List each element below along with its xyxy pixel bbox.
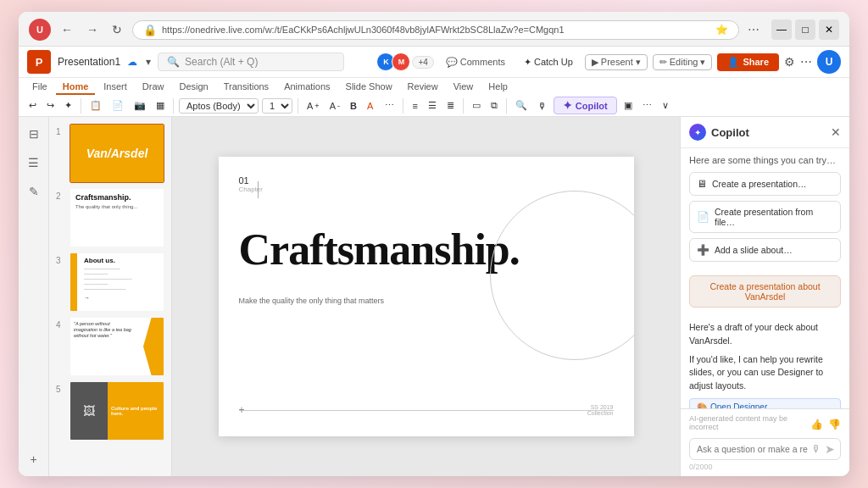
slide-chapter-num: 01 bbox=[239, 175, 249, 186]
minimize-button[interactable]: — bbox=[771, 19, 792, 40]
slide-num-3: 3 bbox=[56, 252, 66, 265]
bold-button[interactable]: B bbox=[347, 99, 360, 113]
powerpoint-icon: P bbox=[27, 50, 51, 74]
maximize-button[interactable]: □ bbox=[795, 19, 815, 40]
copilot-close-button[interactable]: ✕ bbox=[831, 125, 841, 139]
copilot-send-button[interactable]: ➤ bbox=[825, 442, 835, 456]
extensions-button[interactable]: ⋯ bbox=[746, 21, 761, 38]
copilot-create-from-file-button[interactable]: 📄 Create presentation from file… bbox=[689, 201, 841, 233]
editing-dropdown-icon: ▾ bbox=[700, 57, 705, 68]
reload-button[interactable]: ↻ bbox=[108, 21, 125, 38]
mic-button[interactable]: 🎙 bbox=[534, 99, 550, 113]
create-from-file-icon: 📄 bbox=[697, 211, 709, 223]
font-size-select[interactable]: 11 bbox=[262, 98, 292, 114]
editing-button[interactable]: ✏ Editing ▾ bbox=[653, 54, 713, 70]
tab-design[interactable]: Design bbox=[172, 80, 214, 95]
share-button[interactable]: 👤 Share bbox=[717, 53, 779, 71]
slide3-body: ────────────────────────────────────────… bbox=[84, 266, 160, 291]
copilot-body: Here are some things you can try… 🖥 Crea… bbox=[681, 148, 849, 408]
present-dropdown-icon: ▾ bbox=[636, 57, 641, 68]
copy-button[interactable]: 📄 bbox=[108, 98, 127, 113]
copilot-create-vanarsdel-button[interactable]: Create a presentation about VanArsdel bbox=[689, 275, 841, 308]
tab-slideshow[interactable]: Slide Show bbox=[339, 80, 399, 95]
numbering-button[interactable]: ☰ bbox=[425, 98, 440, 113]
copilot-open-designer-button[interactable]: 🎨 Open Designer bbox=[689, 398, 841, 408]
window-controls: — □ ✕ bbox=[771, 19, 839, 40]
find-button[interactable]: 🔍 bbox=[512, 98, 531, 113]
slide-thumbnail-2[interactable]: 2 Craftsmanship. The quality that only t… bbox=[56, 188, 164, 247]
url-bar[interactable]: 🔒 https://onedrive.live.com/w:/t/EaCKkPs… bbox=[132, 20, 739, 40]
slide-img-1[interactable]: Van/Arsdel bbox=[70, 124, 164, 183]
copilot-header: ✦ Copilot ✕ bbox=[681, 117, 849, 148]
tab-draw[interactable]: Draw bbox=[136, 80, 171, 95]
tab-animations[interactable]: Animations bbox=[277, 80, 337, 95]
ribbon-separator-5 bbox=[463, 98, 464, 114]
redo-button[interactable]: ↪ bbox=[43, 98, 58, 113]
ribbon-more-button[interactable]: ⋯ bbox=[639, 98, 655, 113]
back-button[interactable]: ← bbox=[58, 21, 76, 38]
slide-img-3[interactable]: About us. ──────────────────────────────… bbox=[70, 252, 164, 312]
present-button[interactable]: ▶ Present ▾ bbox=[585, 54, 648, 70]
tab-help[interactable]: Help bbox=[481, 80, 515, 95]
line-spacing-button[interactable]: ≣ bbox=[443, 98, 458, 113]
ribbon-expand-button[interactable]: ∨ bbox=[659, 98, 672, 113]
undo-button[interactable]: ↩ bbox=[25, 98, 40, 113]
url-text: https://onedrive.live.com/w:/t/EaCKkPs6A… bbox=[162, 25, 710, 35]
main-slide-area[interactable]: 01 Chapter Craftsmanship. Make the quali… bbox=[172, 117, 680, 476]
browser-profile-avatar[interactable]: U bbox=[29, 19, 51, 41]
shapes-button[interactable]: ▭ bbox=[469, 98, 484, 113]
copilot-add-slide-button[interactable]: ➕ Add a slide about… bbox=[689, 238, 841, 262]
tab-review[interactable]: Review bbox=[401, 80, 445, 95]
slide-thumbnail-3[interactable]: 3 About us. ────────────────────────────… bbox=[56, 252, 164, 312]
slide-img-5[interactable]: 🖼 Culture and people here. bbox=[70, 381, 164, 441]
sidebar-add-icon[interactable]: + bbox=[24, 449, 44, 469]
slide-craft-sub: The quality that only thing... bbox=[75, 204, 159, 209]
paste-button[interactable]: 📋 bbox=[86, 98, 105, 113]
arrange-button[interactable]: ⧉ bbox=[487, 98, 501, 113]
tab-view[interactable]: View bbox=[447, 80, 481, 95]
more-font-button[interactable]: ⋯ bbox=[381, 98, 398, 113]
close-button[interactable]: ✕ bbox=[819, 19, 839, 40]
title-dropdown-icon[interactable]: ▾ bbox=[146, 56, 151, 68]
slide-layout-button[interactable]: ▦ bbox=[153, 98, 168, 113]
copilot-ribbon-button[interactable]: ✦ Copilot bbox=[554, 97, 617, 114]
font-face-select[interactable]: Aptos (Body) bbox=[179, 98, 259, 114]
thumbs-down-button[interactable]: 👎 bbox=[828, 419, 841, 430]
sidebar-notes-icon[interactable]: ✎ bbox=[24, 181, 44, 202]
search-bar[interactable]: 🔍 Search (Alt + Q) bbox=[158, 53, 344, 71]
copilot-panel: ✦ Copilot ✕ Here are some things you can… bbox=[680, 117, 849, 476]
font-color-button[interactable]: A bbox=[364, 99, 378, 113]
settings-button[interactable]: ⚙ bbox=[784, 55, 795, 69]
screenshot-button[interactable]: 📷 bbox=[131, 98, 149, 113]
copilot-mic-button[interactable]: 🎙 bbox=[811, 443, 821, 455]
copilot-create-presentation-button[interactable]: 🖥 Create a presentation… bbox=[689, 172, 841, 196]
increase-font-button[interactable]: A+ bbox=[303, 99, 323, 113]
cloud-save-icon[interactable]: ☁ bbox=[127, 56, 137, 68]
slide-thumbnail-4[interactable]: 4 "A person without imagination is like … bbox=[56, 317, 164, 376]
catch-up-button[interactable]: ✦ Catch Up bbox=[517, 54, 580, 70]
slide-img-2[interactable]: Craftsmanship. The quality that only thi… bbox=[70, 188, 164, 247]
designer-button[interactable]: ▣ bbox=[620, 98, 636, 113]
format-painter-button[interactable]: ✦ bbox=[61, 98, 75, 113]
copilot-input-field[interactable] bbox=[697, 444, 808, 454]
more-options-button[interactable]: ⋯ bbox=[800, 55, 812, 69]
copilot-footer: AI-generated content may be incorrect 👍 … bbox=[681, 408, 849, 476]
profile-avatar[interactable]: U bbox=[817, 50, 841, 74]
forward-button[interactable]: → bbox=[83, 21, 102, 38]
thumbs-up-button[interactable]: 👍 bbox=[810, 419, 823, 430]
decrease-font-button[interactable]: A- bbox=[326, 99, 343, 113]
comments-button[interactable]: 💬 Comments bbox=[439, 54, 512, 70]
copilot-input-area[interactable]: 🎙 ➤ bbox=[689, 438, 841, 460]
tab-insert[interactable]: Insert bbox=[97, 80, 134, 95]
tab-transitions[interactable]: Transitions bbox=[217, 80, 275, 95]
sidebar-slides-icon[interactable]: ⊟ bbox=[24, 124, 44, 144]
slide-subtitle: Make the quality the only thing that mat… bbox=[239, 297, 385, 305]
sidebar-outline-icon[interactable]: ☰ bbox=[24, 152, 44, 173]
slide-thumbnail-5[interactable]: 5 🖼 Culture and people here. bbox=[56, 381, 164, 441]
tab-file[interactable]: File bbox=[25, 80, 54, 95]
slide-img-4[interactable]: "A person without imagination is like a … bbox=[70, 317, 164, 376]
tab-home[interactable]: Home bbox=[56, 80, 96, 95]
slide-thumbnail-1[interactable]: 1 Van/Arsdel bbox=[56, 124, 164, 183]
slide-canvas[interactable]: 01 Chapter Craftsmanship. Make the quali… bbox=[219, 157, 634, 436]
bullets-button[interactable]: ≡ bbox=[409, 99, 420, 113]
